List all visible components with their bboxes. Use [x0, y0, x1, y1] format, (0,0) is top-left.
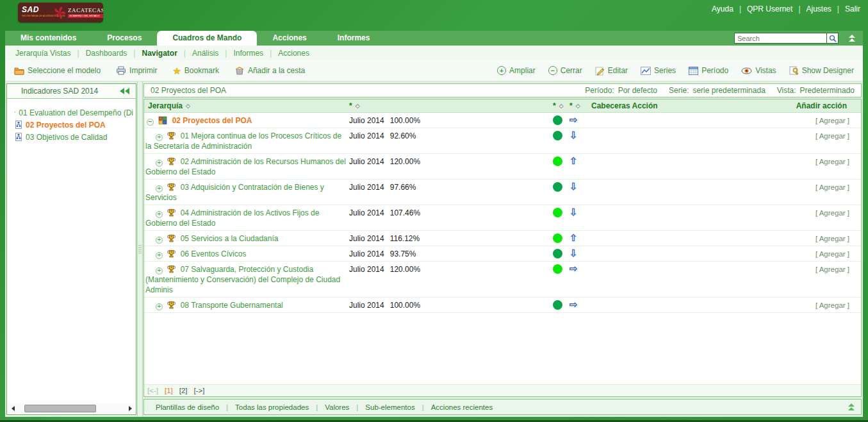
subnav-acciones[interactable]: Acciones: [263, 49, 309, 58]
agregar-action[interactable]: [ Agregar ]: [815, 209, 849, 217]
search-button[interactable]: [827, 33, 839, 44]
expand-node-icon[interactable]: [156, 267, 163, 274]
period-button[interactable]: Período: [689, 66, 728, 75]
value-percent: 92.60%: [390, 131, 416, 140]
panel-splitter[interactable]: [137, 81, 143, 417]
trophy-icon: [167, 249, 176, 258]
bookmark-button[interactable]: ★ Bookmark: [172, 66, 218, 76]
scorecard-link[interactable]: 02 Proyectos del POA: [172, 116, 252, 125]
subnav-jerarquia-vistas[interactable]: Jerarquía Vistas: [15, 49, 71, 58]
value-percent: 120.00%: [390, 265, 420, 274]
subnav-dashboards[interactable]: Dashboards: [71, 49, 127, 58]
tab-acciones-recientes[interactable]: Acciones recientes: [415, 403, 493, 411]
tab-sub-elementos[interactable]: Sub-elementos: [349, 403, 414, 411]
value-percent: 97.66%: [390, 183, 416, 192]
page-1[interactable]: [1]: [165, 387, 173, 394]
scrollbar-thumb[interactable]: [24, 405, 96, 412]
tree-item-proyectos-poa[interactable]: 02 Proyectos del POA: [15, 119, 133, 131]
link-salir[interactable]: Salir: [845, 4, 860, 13]
trend-arrow-icon: [569, 114, 578, 125]
tab-valores[interactable]: Valores: [309, 403, 349, 411]
show-designer-button[interactable]: Show Designer: [789, 66, 854, 76]
link-ajustes[interactable]: Ajustes: [807, 4, 831, 13]
link-ayuda[interactable]: Ayuda: [712, 4, 733, 13]
value-percent: 116.12%: [390, 234, 420, 243]
collapse-header-icon[interactable]: [849, 34, 855, 42]
tree-item-evaluacion[interactable]: 01 Evaluation del Desempeño (Di: [15, 106, 133, 119]
sad-zacatecas-logo: SAD SECRETARÍA DE ADMINISTRACIÓN ZACATEC…: [18, 3, 103, 22]
sort-hierarchy[interactable]: Jerarquía: [148, 101, 190, 110]
value-percent: 100.00%: [390, 116, 420, 125]
collapse-node-icon[interactable]: [147, 119, 154, 126]
expand-node-icon[interactable]: [156, 252, 163, 259]
expand-node-icon[interactable]: [156, 211, 163, 218]
model-tree-title: Indicadores SAD 2014: [21, 87, 120, 96]
views-button[interactable]: Vistas: [741, 66, 776, 75]
tab-informes[interactable]: Informes: [322, 31, 386, 46]
agregar-action[interactable]: [ Agregar ]: [815, 117, 849, 124]
expand-node-icon[interactable]: [156, 160, 163, 167]
table-row: 01 Mejora continua de los Procesos Críti…: [144, 128, 861, 154]
tab-todas-las-propiedades[interactable]: Todas las propiedades: [219, 403, 309, 411]
sort-status[interactable]: *: [553, 101, 564, 110]
subnav-informes[interactable]: Informes: [218, 49, 263, 58]
hierarchy-doc-icon: [15, 108, 15, 117]
link-qpr-usernet[interactable]: QPR Usernet: [747, 4, 792, 13]
expand-node-icon[interactable]: [156, 303, 163, 310]
folder-icon: [14, 67, 24, 75]
tab-procesos[interactable]: Procesos: [92, 31, 157, 46]
value-period: Julio 2014: [349, 183, 384, 192]
collapse-panel-icon[interactable]: [120, 88, 129, 94]
scorecard-link[interactable]: 06 Eventos Cívicos: [181, 249, 247, 258]
scorecard-link[interactable]: 08 Transporte Gubernamental: [181, 301, 283, 310]
agregar-action[interactable]: [ Agregar ]: [815, 158, 849, 165]
status-indicator: [553, 182, 562, 192]
tab-plantillas-de-diseno[interactable]: Plantillas de diseño: [156, 403, 219, 411]
scroll-right-icon[interactable]: [125, 403, 135, 414]
add-to-basket-button[interactable]: Añadir a la cesta: [234, 66, 305, 75]
trend-arrow-icon: [569, 248, 578, 258]
tab-mis-contenidos[interactable]: Mis contenidos: [5, 31, 92, 46]
agregar-action[interactable]: [ Agregar ]: [815, 250, 849, 258]
table-row: 03 Adquisición y Contratación de Bienes …: [144, 180, 861, 205]
scroll-left-icon[interactable]: [8, 403, 18, 414]
value-period: Julio 2014: [349, 116, 384, 125]
close-level-button[interactable]: − Cerrar: [548, 66, 582, 75]
page-next[interactable]: [->]: [194, 387, 205, 394]
status-indicator: [553, 249, 562, 258]
agregar-action[interactable]: [ Agregar ]: [815, 301, 849, 309]
page-2[interactable]: [2]: [179, 387, 188, 394]
model-tree-panel: Indicadores SAD 2014 01 Evaluation del D…: [6, 83, 136, 415]
agregar-action[interactable]: [ Agregar ]: [815, 235, 849, 242]
header-links: Ayuda| QPR Usernet| Ajustes| Salir: [712, 4, 860, 13]
edit-button[interactable]: Editar: [595, 66, 628, 76]
expand-node-icon[interactable]: [156, 134, 163, 141]
page-prev[interactable]: [<-]: [147, 387, 158, 394]
tab-cuadros-de-mando[interactable]: Cuadros de Mando: [157, 31, 257, 46]
scorecard-title: 02 Proyectos del POA: [151, 86, 226, 95]
agregar-action[interactable]: [ Agregar ]: [815, 132, 849, 140]
agregar-action[interactable]: [ Agregar ]: [815, 266, 849, 273]
search-input[interactable]: [734, 33, 827, 44]
series-button[interactable]: Series: [641, 66, 676, 75]
logo-org-subtext: SECRETARÍA DE ADMINISTRACIÓN: [22, 14, 51, 17]
print-button[interactable]: Imprimir: [116, 66, 157, 75]
horizontal-scrollbar[interactable]: [8, 403, 135, 414]
tab-acciones[interactable]: Acciones: [257, 31, 322, 46]
sort-value[interactable]: *: [349, 101, 360, 110]
expand-node-icon[interactable]: [156, 185, 163, 192]
drill-down-button[interactable]: + Ampliar: [497, 66, 536, 75]
subnav-navigator[interactable]: Navigator: [127, 49, 177, 58]
value-percent: 93.75%: [390, 249, 416, 258]
tree-item-objetivos-calidad[interactable]: 03 Objetivos de Calidad: [15, 131, 133, 143]
subnav-analisis[interactable]: Análisis: [177, 49, 218, 58]
scorecard-link[interactable]: 05 Servicios a la Ciudadanía: [181, 234, 279, 243]
trophy-icon: [167, 157, 176, 165]
expand-node-icon[interactable]: [156, 237, 163, 244]
sort-trend[interactable]: *: [569, 101, 580, 110]
select-model-button[interactable]: Seleccione el modelo: [14, 66, 101, 75]
value-percent: 107.46%: [390, 208, 420, 217]
trend-arrow-icon: [569, 232, 578, 243]
collapse-details-icon[interactable]: [848, 403, 855, 411]
agregar-action[interactable]: [ Agregar ]: [815, 183, 849, 191]
